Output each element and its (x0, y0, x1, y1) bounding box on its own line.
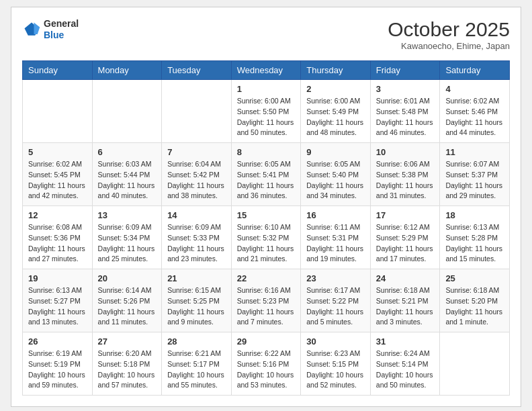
day-number: 31 (376, 336, 435, 347)
day-number: 25 (445, 273, 504, 283)
day-info: Sunrise: 6:19 AMSunset: 5:19 PMDaylight:… (28, 349, 87, 391)
day-info: Sunrise: 6:10 AMSunset: 5:32 PMDaylight:… (237, 222, 296, 265)
calendar-day-cell: 25Sunrise: 6:18 AMSunset: 5:20 PMDayligh… (440, 269, 510, 332)
calendar-day-cell: 7Sunrise: 6:04 AMSunset: 5:42 PMDaylight… (162, 143, 232, 206)
day-info: Sunrise: 6:24 AMSunset: 5:14 PMDaylight:… (376, 349, 435, 391)
day-number: 8 (237, 147, 296, 157)
day-number: 20 (98, 273, 157, 283)
calendar-day-cell: 15Sunrise: 6:10 AMSunset: 5:32 PMDayligh… (231, 206, 301, 269)
day-info: Sunrise: 6:02 AMSunset: 5:45 PMDaylight:… (28, 159, 87, 201)
day-number: 16 (306, 210, 365, 220)
logo: General Blue (22, 18, 79, 41)
calendar-day-cell: 17Sunrise: 6:12 AMSunset: 5:29 PMDayligh… (370, 206, 440, 269)
day-info: Sunrise: 6:18 AMSunset: 5:20 PMDaylight:… (445, 285, 504, 328)
calendar-day-cell: 3Sunrise: 6:01 AMSunset: 5:48 PMDaylight… (370, 80, 440, 143)
title-block: October 2025 Kawanoecho, Ehime, Japan (388, 18, 510, 51)
calendar-day-cell: 24Sunrise: 6:18 AMSunset: 5:21 PMDayligh… (370, 269, 440, 332)
calendar-day-cell: 30Sunrise: 6:23 AMSunset: 5:15 PMDayligh… (301, 332, 371, 396)
calendar-day-cell: 28Sunrise: 6:21 AMSunset: 5:17 PMDayligh… (162, 332, 232, 396)
day-info: Sunrise: 6:09 AMSunset: 5:34 PMDaylight:… (98, 222, 157, 265)
calendar-day-cell: 29Sunrise: 6:22 AMSunset: 5:16 PMDayligh… (231, 332, 301, 396)
calendar-day-cell: 11Sunrise: 6:07 AMSunset: 5:37 PMDayligh… (440, 143, 510, 206)
day-number: 12 (28, 210, 87, 220)
day-info: Sunrise: 6:18 AMSunset: 5:21 PMDaylight:… (376, 285, 435, 328)
day-number: 10 (376, 147, 435, 157)
day-number: 3 (376, 84, 435, 94)
day-info: Sunrise: 6:12 AMSunset: 5:29 PMDaylight:… (376, 222, 435, 265)
day-info: Sunrise: 6:07 AMSunset: 5:37 PMDaylight:… (445, 159, 504, 201)
day-number: 7 (167, 147, 226, 157)
logo-text: General Blue (44, 18, 79, 41)
day-info: Sunrise: 6:09 AMSunset: 5:33 PMDaylight:… (167, 222, 226, 265)
day-info: Sunrise: 6:04 AMSunset: 5:42 PMDaylight:… (167, 159, 226, 201)
day-info: Sunrise: 6:05 AMSunset: 5:41 PMDaylight:… (237, 159, 296, 201)
calendar-day-cell: 23Sunrise: 6:17 AMSunset: 5:22 PMDayligh… (301, 269, 371, 332)
month-title: October 2025 (388, 18, 510, 41)
calendar-day-cell: 31Sunrise: 6:24 AMSunset: 5:14 PMDayligh… (370, 332, 440, 396)
logo-blue: Blue (44, 30, 79, 41)
weekday-header-friday: Friday (370, 61, 440, 80)
day-number: 30 (306, 336, 365, 347)
weekday-header-monday: Monday (92, 61, 162, 80)
day-info: Sunrise: 6:02 AMSunset: 5:46 PMDaylight:… (445, 96, 504, 138)
calendar-day-cell: 8Sunrise: 6:05 AMSunset: 5:41 PMDaylight… (231, 143, 301, 206)
calendar-day-cell: 6Sunrise: 6:03 AMSunset: 5:44 PMDaylight… (92, 143, 162, 206)
weekday-header-row: SundayMondayTuesdayWednesdayThursdayFrid… (23, 61, 510, 80)
weekday-header-saturday: Saturday (440, 61, 510, 80)
day-number: 5 (28, 147, 87, 157)
day-number: 4 (445, 84, 504, 94)
empty-cell (162, 80, 232, 143)
day-number: 15 (237, 210, 296, 220)
day-number: 2 (306, 84, 365, 94)
calendar-day-cell: 1Sunrise: 6:00 AMSunset: 5:50 PMDaylight… (231, 80, 301, 143)
header: General Blue October 2025 Kawanoecho, Eh… (22, 18, 510, 51)
calendar-week-row: 26Sunrise: 6:19 AMSunset: 5:19 PMDayligh… (23, 332, 510, 396)
day-number: 9 (306, 147, 365, 157)
calendar-day-cell: 21Sunrise: 6:15 AMSunset: 5:25 PMDayligh… (162, 269, 232, 332)
day-number: 27 (98, 336, 157, 347)
day-number: 11 (445, 147, 504, 157)
day-number: 17 (376, 210, 435, 220)
day-number: 28 (167, 336, 226, 347)
day-info: Sunrise: 6:14 AMSunset: 5:26 PMDaylight:… (98, 285, 157, 328)
weekday-header-sunday: Sunday (23, 61, 93, 80)
day-number: 23 (306, 273, 365, 283)
day-info: Sunrise: 6:13 AMSunset: 5:27 PMDaylight:… (28, 285, 87, 328)
calendar-week-row: 19Sunrise: 6:13 AMSunset: 5:27 PMDayligh… (23, 269, 510, 332)
weekday-header-wednesday: Wednesday (231, 61, 301, 80)
calendar-container: General Blue October 2025 Kawanoecho, Eh… (11, 7, 521, 407)
calendar-day-cell: 20Sunrise: 6:14 AMSunset: 5:26 PMDayligh… (92, 269, 162, 332)
calendar-day-cell: 13Sunrise: 6:09 AMSunset: 5:34 PMDayligh… (92, 206, 162, 269)
calendar-grid: SundayMondayTuesdayWednesdayThursdayFrid… (22, 60, 510, 396)
day-info: Sunrise: 6:23 AMSunset: 5:15 PMDaylight:… (306, 349, 365, 391)
calendar-week-row: 5Sunrise: 6:02 AMSunset: 5:45 PMDaylight… (23, 143, 510, 206)
day-info: Sunrise: 6:11 AMSunset: 5:31 PMDaylight:… (306, 222, 365, 265)
day-number: 24 (376, 273, 435, 283)
day-info: Sunrise: 6:21 AMSunset: 5:17 PMDaylight:… (167, 349, 226, 391)
day-info: Sunrise: 6:06 AMSunset: 5:38 PMDaylight:… (376, 159, 435, 201)
day-info: Sunrise: 6:01 AMSunset: 5:48 PMDaylight:… (376, 96, 435, 138)
calendar-day-cell: 22Sunrise: 6:16 AMSunset: 5:23 PMDayligh… (231, 269, 301, 332)
day-info: Sunrise: 6:08 AMSunset: 5:36 PMDaylight:… (28, 222, 87, 265)
day-number: 1 (237, 84, 296, 94)
empty-cell (92, 80, 162, 143)
day-info: Sunrise: 6:17 AMSunset: 5:22 PMDaylight:… (306, 285, 365, 328)
calendar-day-cell: 14Sunrise: 6:09 AMSunset: 5:33 PMDayligh… (162, 206, 232, 269)
day-number: 14 (167, 210, 226, 220)
calendar-day-cell: 12Sunrise: 6:08 AMSunset: 5:36 PMDayligh… (23, 206, 93, 269)
day-info: Sunrise: 6:20 AMSunset: 5:18 PMDaylight:… (98, 349, 157, 391)
day-info: Sunrise: 6:00 AMSunset: 5:49 PMDaylight:… (306, 96, 365, 138)
logo-icon (22, 20, 41, 39)
calendar-day-cell: 27Sunrise: 6:20 AMSunset: 5:18 PMDayligh… (92, 332, 162, 396)
calendar-day-cell: 10Sunrise: 6:06 AMSunset: 5:38 PMDayligh… (370, 143, 440, 206)
day-info: Sunrise: 6:00 AMSunset: 5:50 PMDaylight:… (237, 96, 296, 138)
calendar-day-cell: 9Sunrise: 6:05 AMSunset: 5:40 PMDaylight… (301, 143, 371, 206)
day-info: Sunrise: 6:22 AMSunset: 5:16 PMDaylight:… (237, 349, 296, 391)
subtitle: Kawanoecho, Ehime, Japan (388, 41, 510, 51)
calendar-day-cell: 26Sunrise: 6:19 AMSunset: 5:19 PMDayligh… (23, 332, 93, 396)
logo-general: General (44, 18, 79, 30)
calendar-week-row: 12Sunrise: 6:08 AMSunset: 5:36 PMDayligh… (23, 206, 510, 269)
calendar-day-cell: 2Sunrise: 6:00 AMSunset: 5:49 PMDaylight… (301, 80, 371, 143)
day-info: Sunrise: 6:05 AMSunset: 5:40 PMDaylight:… (306, 159, 365, 201)
day-info: Sunrise: 6:15 AMSunset: 5:25 PMDaylight:… (167, 285, 226, 328)
